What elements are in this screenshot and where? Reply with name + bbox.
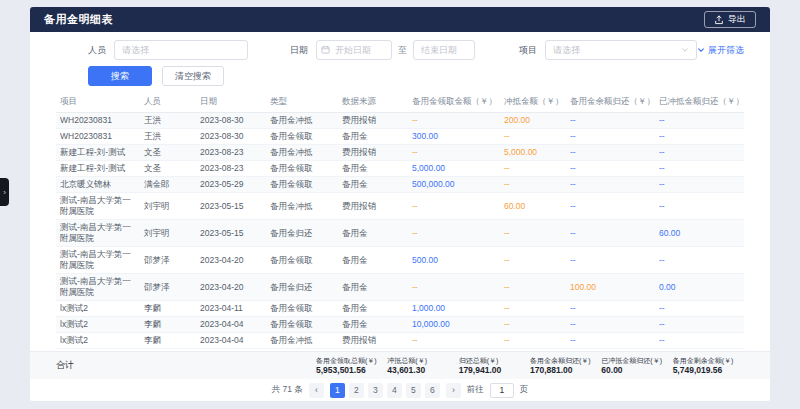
cell-amount: 60.00	[655, 220, 744, 247]
cell-person: 李麟	[140, 317, 196, 333]
cell-amount: 300.00	[408, 129, 500, 145]
cell-amount: --	[655, 177, 744, 193]
goto-suffix: 页	[520, 384, 529, 396]
cell-source: 备用金	[338, 161, 408, 177]
project-select[interactable]: 请选择	[545, 40, 697, 60]
page-button[interactable]: 3	[368, 383, 383, 398]
cell-amount: 5,000.00	[408, 161, 500, 177]
cell-amount: --	[566, 145, 655, 161]
sidebar-expand-handle[interactable]: ›	[0, 178, 9, 206]
cell-source: 费用报销	[338, 333, 408, 349]
cell-project: 测试-南昌大学第一附属医院	[56, 274, 140, 301]
column-header: 备用金领取金额（￥）	[408, 92, 500, 113]
cell-amount: 5,000.00	[500, 145, 566, 161]
chevron-right-icon: ›	[3, 188, 6, 197]
column-header: 日期	[196, 92, 266, 113]
cell-amount: 1,000.00	[408, 301, 500, 317]
cell-type: 备用金领取	[266, 177, 338, 193]
summary-row: 合计 备用金领取总额(￥)5,953,501.56冲抵总额(￥)43,601.3…	[30, 351, 770, 379]
project-select-placeholder: 请选择	[553, 44, 580, 57]
cell-project: WH20230831	[56, 113, 140, 129]
summary-stat-value: 179,941.00	[459, 366, 530, 375]
cell-project: 新建工程-刘-测试	[56, 145, 140, 161]
export-button-label: 导出	[728, 13, 746, 26]
cell-project: 测试-南昌大学第一附属医院	[56, 220, 140, 247]
page: 备用金明细表 导出 人员 日期 至	[30, 7, 770, 401]
content-card: 人员 日期 至 项目 请选择	[30, 32, 770, 401]
cell-amount: --	[655, 161, 744, 177]
expand-filters-link[interactable]: 展开筛选	[697, 44, 744, 57]
summary-stat-label: 冲抵总额(￥)	[387, 357, 458, 364]
next-page-button[interactable]: ›	[446, 383, 461, 398]
person-filter-input[interactable]	[114, 40, 248, 60]
cell-amount: 60.00	[500, 193, 566, 220]
page-button[interactable]: 6	[425, 383, 440, 398]
cell-source: 费用报销	[338, 193, 408, 220]
summary-stat-label: 备用金剩余金额(￥)	[673, 357, 744, 364]
column-header: 项目	[56, 92, 140, 113]
petty-cash-table: 项目人员日期类型数据来源备用金领取金额（￥）冲抵金额（￥）备用金余额归还（￥）已…	[56, 92, 744, 349]
export-button[interactable]: 导出	[704, 11, 756, 28]
cell-person: 邵梦泽	[140, 247, 196, 274]
cell-amount: --	[566, 247, 655, 274]
cell-type: 备用金领取	[266, 129, 338, 145]
cell-amount: --	[655, 193, 744, 220]
cell-amount: 100.00	[566, 274, 655, 301]
table-row: 测试-南昌大学第一附属医院刘宇明2023-05-15备用金归还备用金------…	[56, 220, 744, 247]
goto-prefix: 前往	[467, 384, 484, 396]
cell-amount: --	[566, 333, 655, 349]
cell-date: 2023-05-15	[196, 193, 266, 220]
cell-amount: --	[500, 333, 566, 349]
goto-page-input[interactable]	[490, 383, 514, 398]
cell-amount: --	[655, 129, 744, 145]
cell-type: 备用金冲抵	[266, 145, 338, 161]
cell-source: 备用金	[338, 301, 408, 317]
page-button[interactable]: 5	[406, 383, 421, 398]
summary-stat-label: 备用金余额归还(￥)	[530, 357, 601, 364]
search-button[interactable]: 搜索	[88, 66, 152, 86]
cell-type: 备用金归还	[266, 274, 338, 301]
chevron-down-icon	[697, 46, 705, 54]
date-end-input[interactable]	[413, 40, 475, 60]
prev-page-button[interactable]: ‹	[309, 383, 324, 398]
table-row: 新建工程-刘-测试文圣2023-08-23备用金领取备用金5,000.00---…	[56, 161, 744, 177]
expand-filters-label: 展开筛选	[708, 44, 744, 57]
pagination-pages: 123456	[330, 383, 440, 398]
cell-amount: --	[566, 177, 655, 193]
cell-type: 备用金领取	[266, 161, 338, 177]
cell-date: 2023-05-29	[196, 177, 266, 193]
cell-date: 2023-04-20	[196, 274, 266, 301]
cell-amount: --	[408, 145, 500, 161]
summary-stat-value: 60.00	[601, 366, 672, 375]
cell-project: lx测试2	[56, 317, 140, 333]
cell-person: 李麟	[140, 333, 196, 349]
page-button[interactable]: 4	[387, 383, 402, 398]
column-header: 备用金余额归还（￥）	[566, 92, 655, 113]
cell-amount: 10,000.00	[408, 317, 500, 333]
table-row: lx测试2李麟2023-04-04备用金冲抵费用报销--------	[56, 333, 744, 349]
clear-search-button[interactable]: 清空搜索	[162, 66, 224, 86]
cell-date: 2023-04-20	[196, 247, 266, 274]
cell-person: 刘宇明	[140, 193, 196, 220]
cell-project: 测试-南昌大学第一附属医院	[56, 193, 140, 220]
cell-type: 备用金冲抵	[266, 193, 338, 220]
cell-source: 备用金	[338, 129, 408, 145]
table-row: 测试-南昌大学第一附属医院刘宇明2023-05-15备用金冲抵费用报销--60.…	[56, 193, 744, 220]
page-button[interactable]: 2	[349, 383, 364, 398]
cell-date: 2023-08-23	[196, 161, 266, 177]
cell-type: 备用金冲抵	[266, 113, 338, 129]
cell-project: 测试-南昌大学第一附属医院	[56, 247, 140, 274]
export-icon	[714, 15, 724, 25]
cell-date: 2023-08-30	[196, 129, 266, 145]
page-button[interactable]: 1	[330, 383, 345, 398]
cell-amount: --	[500, 274, 566, 301]
cell-amount: --	[655, 113, 744, 129]
cell-date: 2023-04-04	[196, 317, 266, 333]
cell-source: 备用金	[338, 247, 408, 274]
cell-source: 费用报销	[338, 145, 408, 161]
cell-person: 邵梦泽	[140, 274, 196, 301]
column-header: 数据来源	[338, 92, 408, 113]
select-arrow-icon	[681, 46, 689, 54]
table-row: WH20230831王洪2023-08-30备用金冲抵费用报销--200.00-…	[56, 113, 744, 129]
pagination: 共 71 条 ‹ 123456 › 前往 页	[30, 379, 770, 401]
